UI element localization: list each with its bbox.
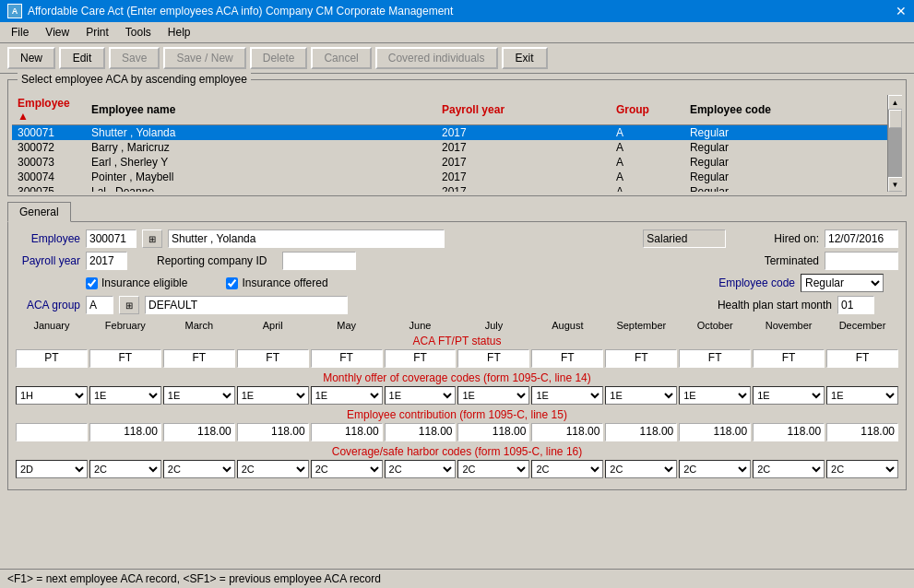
safeharbor-cell-8[interactable]: 2C — [605, 460, 677, 478]
edit-button[interactable]: Edit — [59, 47, 105, 69]
safeharbor-select-5[interactable]: 2C — [385, 460, 457, 478]
safeharbor-cell-6[interactable]: 2C — [457, 460, 529, 478]
scroll-up[interactable]: ▲ — [888, 95, 903, 110]
safeharbor-select-0[interactable]: 2D — [16, 460, 88, 478]
menu-print[interactable]: Print — [78, 24, 116, 41]
contribution-cell-1[interactable]: 118.00 — [89, 423, 161, 441]
coverage-cell-10[interactable]: 1E — [753, 386, 825, 405]
employee-code-select[interactable]: Regular — [801, 274, 884, 292]
table-row[interactable]: 300071Shutter , Yolanda2017ARegular — [12, 125, 902, 141]
insurance-eligible-check[interactable]: Insurance eligible — [86, 276, 187, 289]
coverage-cell-11[interactable]: 1E — [826, 386, 898, 405]
exit-button[interactable]: Exit — [502, 47, 548, 69]
coverage-select-2[interactable]: 1E — [163, 386, 235, 405]
coverage-select-1[interactable]: 1E — [89, 386, 161, 405]
menu-tools[interactable]: Tools — [118, 24, 159, 41]
coverage-cell-8[interactable]: 1E — [605, 386, 677, 405]
employee-lookup-btn[interactable]: ⊞ — [142, 229, 162, 248]
menu-file[interactable]: File — [4, 24, 36, 41]
safeharbor-select-10[interactable]: 2C — [753, 460, 825, 478]
coverage-select-7[interactable]: 1E — [531, 386, 603, 405]
hired-on-input[interactable] — [825, 229, 898, 248]
coverage-select-11[interactable]: 1E — [826, 386, 898, 405]
coverage-cell-4[interactable]: 1E — [311, 386, 383, 405]
coverage-select-5[interactable]: 1E — [385, 386, 457, 405]
table-scrollbar[interactable]: ▲ ▼ — [887, 95, 902, 192]
ftpt-cell-0[interactable]: PT — [16, 349, 88, 368]
ftpt-cell-4[interactable]: FT — [311, 349, 383, 368]
terminated-input[interactable] — [825, 252, 898, 270]
coverage-cell-9[interactable]: 1E — [679, 386, 751, 405]
ftpt-cell-11[interactable]: FT — [826, 349, 898, 368]
contribution-cell-10[interactable]: 118.00 — [753, 423, 825, 441]
menu-view[interactable]: View — [38, 24, 77, 41]
coverage-select-10[interactable]: 1E — [753, 386, 825, 405]
ftpt-cell-6[interactable]: FT — [457, 349, 529, 368]
close-button[interactable]: ✕ — [896, 4, 907, 18]
insurance-offered-check[interactable]: Insurance offered — [226, 276, 327, 289]
ftpt-cell-9[interactable]: FT — [679, 349, 751, 368]
coverage-select-9[interactable]: 1E — [679, 386, 751, 405]
scroll-thumb[interactable] — [889, 110, 902, 128]
safeharbor-cell-2[interactable]: 2C — [163, 460, 235, 478]
aca-group-lookup-btn[interactable]: ⊞ — [119, 296, 139, 314]
table-row[interactable]: 300075Lal , Deanne2017ARegular — [12, 184, 902, 192]
safeharbor-select-4[interactable]: 2C — [311, 460, 383, 478]
coverage-row[interactable]: 1H1E1E1E1E1E1E1E1E1E1E1E — [16, 386, 898, 405]
coverage-cell-2[interactable]: 1E — [163, 386, 235, 405]
coverage-cell-7[interactable]: 1E — [531, 386, 603, 405]
menu-help[interactable]: Help — [160, 24, 198, 41]
table-row[interactable]: 300072Barry , Maricruz2017ARegular — [12, 140, 902, 155]
safeharbor-cell-9[interactable]: 2C — [679, 460, 751, 478]
safeharbor-cell-10[interactable]: 2C — [753, 460, 825, 478]
coverage-cell-0[interactable]: 1H — [16, 386, 88, 405]
safeharbor-select-6[interactable]: 2C — [457, 460, 529, 478]
safeharbor-cell-11[interactable]: 2C — [826, 460, 898, 478]
coverage-select-4[interactable]: 1E — [311, 386, 383, 405]
ftpt-cell-3[interactable]: FT — [237, 349, 309, 368]
safeharbor-select-8[interactable]: 2C — [605, 460, 677, 478]
contribution-cell-7[interactable]: 118.00 — [531, 423, 603, 441]
ftpt-cell-7[interactable]: FT — [531, 349, 603, 368]
new-button[interactable]: New — [7, 47, 55, 69]
contribution-cell-4[interactable]: 118.00 — [311, 423, 383, 441]
employee-name-input[interactable] — [168, 229, 445, 248]
safeharbor-cell-3[interactable]: 2C — [237, 460, 309, 478]
employee-id-input[interactable] — [86, 229, 137, 248]
safeharbor-cell-1[interactable]: 2C — [89, 460, 161, 478]
contribution-cell-6[interactable]: 118.00 — [457, 423, 529, 441]
safeharbor-select-2[interactable]: 2C — [163, 460, 235, 478]
ftpt-cell-10[interactable]: FT — [753, 349, 825, 368]
aca-group-name-input[interactable] — [145, 296, 348, 314]
insurance-offered-checkbox[interactable] — [226, 277, 238, 289]
coverage-select-6[interactable]: 1E — [457, 386, 529, 405]
reporting-company-input[interactable] — [282, 252, 356, 270]
safeharbor-cell-7[interactable]: 2C — [531, 460, 603, 478]
coverage-cell-1[interactable]: 1E — [89, 386, 161, 405]
insurance-eligible-checkbox[interactable] — [86, 277, 98, 289]
tab-general[interactable]: General — [7, 202, 71, 222]
coverage-cell-3[interactable]: 1E — [237, 386, 309, 405]
safeharbor-row[interactable]: 2D2C2C2C2C2C2C2C2C2C2C2C — [16, 460, 898, 478]
safeharbor-cell-4[interactable]: 2C — [311, 460, 383, 478]
ftpt-cell-8[interactable]: FT — [605, 349, 677, 368]
safeharbor-select-9[interactable]: 2C — [679, 460, 751, 478]
aca-group-input[interactable] — [86, 296, 113, 314]
safeharbor-select-3[interactable]: 2C — [237, 460, 309, 478]
scroll-down[interactable]: ▼ — [888, 177, 903, 192]
table-row[interactable]: 300074Pointer , Maybell2017ARegular — [12, 170, 902, 184]
contribution-cell-2[interactable]: 118.00 — [163, 423, 235, 441]
table-row[interactable]: 300073Earl , Sherley Y2017ARegular — [12, 155, 902, 170]
safeharbor-cell-0[interactable]: 2D — [16, 460, 88, 478]
coverage-select-0[interactable]: 1H — [16, 386, 88, 405]
coverage-select-3[interactable]: 1E — [237, 386, 309, 405]
safeharbor-select-1[interactable]: 2C — [89, 460, 161, 478]
contribution-cell-5[interactable]: 118.00 — [385, 423, 457, 441]
payroll-year-input[interactable] — [86, 252, 127, 270]
health-plan-input[interactable] — [837, 296, 874, 314]
ftpt-cell-5[interactable]: FT — [385, 349, 457, 368]
contribution-cell-9[interactable]: 118.00 — [679, 423, 751, 441]
contribution-cell-0[interactable] — [16, 423, 88, 441]
coverage-cell-6[interactable]: 1E — [457, 386, 529, 405]
coverage-cell-5[interactable]: 1E — [385, 386, 457, 405]
